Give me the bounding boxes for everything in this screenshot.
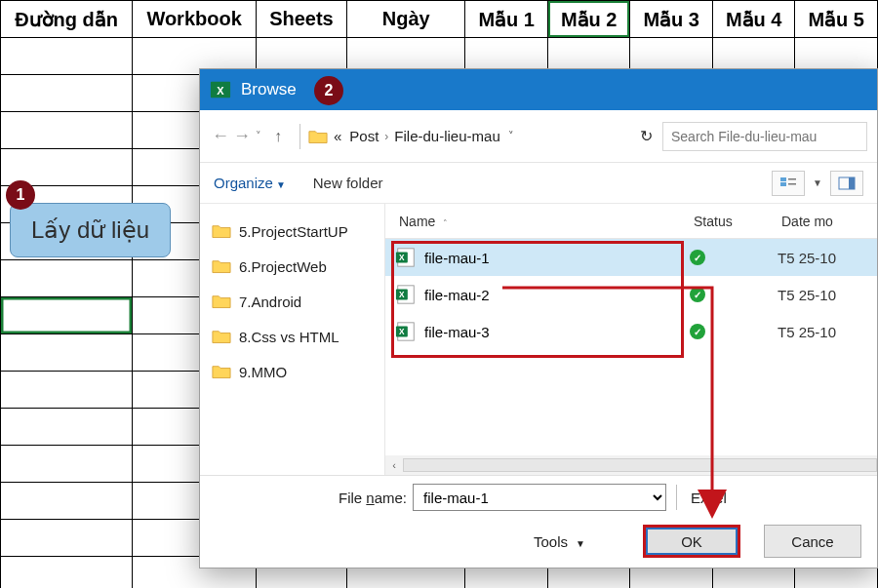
tree-node[interactable]: 6.ProjectWeb [212, 249, 384, 284]
status-ok-icon: ✓ [690, 287, 705, 302]
svg-text:X: X [399, 291, 405, 299]
tools-button[interactable]: Tools▼ [534, 533, 585, 550]
svg-rect-5 [788, 183, 796, 185]
step-badge-2: 2 [314, 76, 343, 105]
svg-text:X: X [399, 328, 405, 336]
file-status: ✓ [690, 324, 778, 339]
separator [299, 124, 300, 149]
svg-rect-3 [780, 182, 786, 186]
col-header[interactable]: Mẫu 2 [547, 1, 630, 38]
file-row[interactable]: X file-mau-1 ✓ T5 25-10 [385, 239, 877, 276]
excel-file-icon: X [395, 284, 417, 305]
col-header[interactable]: Mẫu 5 [795, 1, 878, 38]
col-header[interactable]: Mẫu 1 [465, 1, 548, 38]
nav-history-icon[interactable]: ˅ [256, 130, 261, 142]
dialog-title: Browse [241, 80, 297, 99]
tree-label: 8.Css vs HTML [239, 329, 339, 345]
ok-button[interactable]: OK [643, 525, 740, 558]
file-name: file-mau-2 [424, 287, 690, 303]
col-name-header[interactable]: Name˄ [391, 214, 694, 229]
svg-text:X: X [399, 254, 405, 262]
tree-node[interactable]: 7.Android [212, 284, 384, 319]
svg-rect-7 [849, 177, 855, 189]
crumb-item[interactable]: File-du-lieu-mau [394, 128, 499, 144]
file-date: T5 25-10 [778, 324, 877, 340]
crumb-prefix: « [334, 128, 341, 144]
refresh-icon[interactable]: ↻ [640, 127, 653, 145]
file-date: T5 25-10 [778, 287, 877, 303]
chevron-down-icon[interactable]: ▼ [811, 177, 824, 188]
dialog-nav: ← → ˅ ↑ « Post › File-du-lieu-mau ˅ ↻ [200, 110, 877, 163]
status-ok-icon: ✓ [690, 324, 705, 339]
file-row[interactable]: X file-mau-2 ✓ T5 25-10 [385, 276, 877, 313]
col-date-header[interactable]: Date mo [781, 214, 877, 229]
chevron-down-icon[interactable]: ˅ [508, 130, 514, 142]
search-input[interactable] [662, 122, 867, 151]
scroll-left-icon[interactable]: ‹ [385, 459, 403, 471]
preview-pane-button[interactable] [830, 171, 863, 196]
get-data-button[interactable]: Lấy dữ liệu [10, 203, 171, 257]
tree-node[interactable]: 5.ProjectStartUP [212, 214, 384, 249]
file-name: file-mau-3 [424, 324, 690, 340]
svg-rect-2 [780, 177, 786, 181]
file-name: file-mau-1 [424, 250, 690, 266]
excel-file-icon: X [395, 321, 417, 342]
organize-button[interactable]: Organize▼ [214, 175, 286, 191]
folder-icon [308, 129, 328, 144]
file-type-dropdown[interactable]: Excel [691, 490, 727, 506]
col-header[interactable]: Mẫu 3 [630, 1, 713, 38]
chevron-right-icon: › [384, 130, 388, 143]
tree-label: 9.MMO [239, 364, 287, 380]
step-badge-1: 1 [6, 180, 35, 210]
file-date: T5 25-10 [778, 250, 877, 266]
col-header[interactable]: Sheets [256, 1, 346, 38]
tree-label: 6.ProjectWeb [239, 258, 327, 275]
browse-dialog: X Browse ← → ˅ ↑ « Post › File-du-lieu-m… [199, 68, 878, 568]
file-name-label: File name: [339, 490, 407, 506]
tree-label: 7.Android [239, 294, 301, 310]
file-list: X file-mau-1 ✓ T5 25-10 X file-mau-2 ✓ T… [385, 239, 877, 455]
tree-label: 5.ProjectStartUP [239, 223, 348, 240]
nav-forward-icon[interactable]: → [231, 126, 253, 146]
status-ok-icon: ✓ [690, 250, 705, 265]
col-header[interactable]: Mẫu 4 [712, 1, 795, 38]
svg-rect-4 [788, 178, 796, 180]
svg-text:X: X [217, 85, 224, 97]
col-header[interactable]: Đường dẫn [1, 1, 133, 38]
col-header[interactable]: Ngày [346, 1, 464, 38]
cancel-button[interactable]: Cance [764, 525, 861, 558]
folder-tree[interactable]: 5.ProjectStartUP 6.ProjectWeb 7.Android … [200, 204, 385, 475]
crumb-item[interactable]: Post [349, 128, 379, 144]
nav-back-icon[interactable]: ← [210, 126, 231, 146]
separator [676, 485, 677, 510]
tree-node[interactable]: 8.Css vs HTML [212, 319, 384, 354]
excel-icon: X [210, 79, 231, 100]
new-folder-button[interactable]: New folder [313, 175, 383, 191]
sort-asc-icon: ˄ [443, 218, 448, 228]
file-list-header[interactable]: Name˄ Status Date mo [385, 204, 877, 239]
breadcrumb[interactable]: « Post › File-du-lieu-mau ˅ [328, 128, 628, 144]
scrollbar-track[interactable] [403, 458, 877, 472]
nav-up-icon[interactable]: ↑ [268, 128, 288, 145]
excel-file-icon: X [395, 247, 417, 268]
horizontal-scrollbar[interactable]: ‹ [385, 455, 877, 475]
selected-cell[interactable] [1, 297, 133, 334]
col-status-header[interactable]: Status [694, 214, 781, 229]
file-status: ✓ [690, 250, 778, 265]
tree-node[interactable]: 9.MMO [212, 354, 384, 389]
dialog-titlebar[interactable]: X Browse [200, 69, 877, 110]
file-row[interactable]: X file-mau-3 ✓ T5 25-10 [385, 313, 877, 350]
file-status: ✓ [690, 287, 778, 302]
col-header[interactable]: Workbook [133, 1, 257, 38]
view-mode-button[interactable] [772, 171, 805, 196]
dialog-toolbar: Organize▼ New folder ▼ [200, 163, 877, 204]
file-name-select[interactable]: file-mau-1 [413, 484, 666, 511]
